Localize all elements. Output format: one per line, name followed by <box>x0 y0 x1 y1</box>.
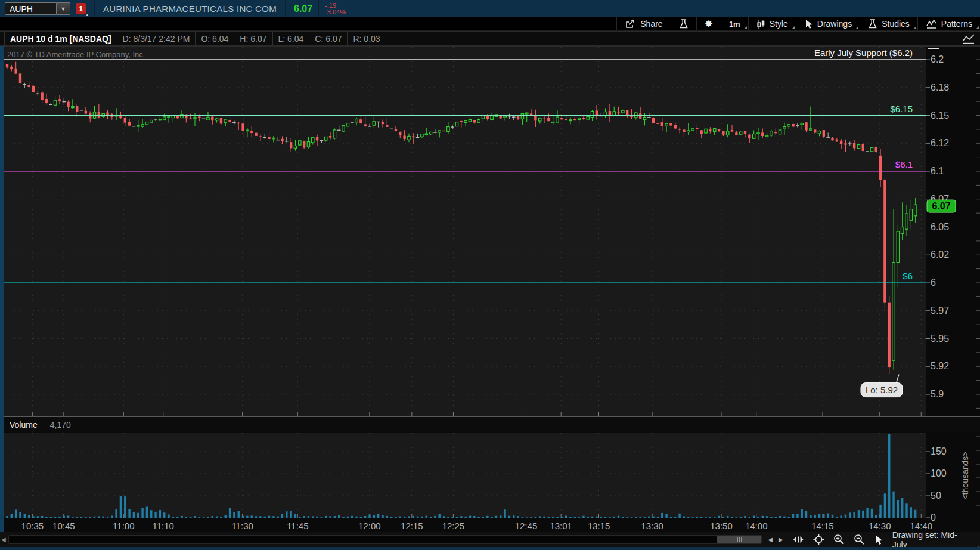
pan-icon[interactable] <box>793 535 804 544</box>
scroll-arrows: ◀ ▶ <box>768 536 783 543</box>
studies-label: Studies <box>882 19 910 29</box>
symbol-input-group: ▼ <box>5 2 70 15</box>
divider <box>285 0 286 17</box>
zoom-out-icon[interactable] <box>854 534 865 545</box>
symbol-input[interactable] <box>5 2 56 15</box>
settings-button[interactable]: ✸ <box>696 17 721 30</box>
svg-text:10:35: 10:35 <box>21 521 44 531</box>
zoom-in-icon[interactable] <box>833 534 845 545</box>
watermark: 2017 © TD Ameritrade IP Company, Inc. <box>7 50 145 59</box>
link-channel-badge[interactable]: 1 <box>76 3 86 14</box>
last-price-badge: 6.07 <box>927 200 956 212</box>
corner-arrow-icon <box>744 26 747 29</box>
svg-text:6.12: 6.12 <box>931 138 949 148</box>
svg-text:6.02: 6.02 <box>931 249 949 259</box>
svg-text:$6.15: $6.15 <box>890 104 913 114</box>
svg-text:12:15: 12:15 <box>401 521 423 531</box>
patterns-label: Patterns <box>941 19 972 29</box>
crosshair-icon[interactable] <box>813 534 824 545</box>
ohlc-date: D: 8/3/17 2:42 PM <box>117 32 196 45</box>
svg-text:12:45: 12:45 <box>515 521 538 531</box>
change-percent: -3.04% <box>325 9 346 16</box>
timeframe-label: 1m <box>729 20 740 29</box>
svg-text:5.97: 5.97 <box>931 305 949 316</box>
left-edge-strip <box>0 46 4 547</box>
corner-arrow-icon <box>792 26 795 29</box>
chart-mode-button[interactable] <box>961 33 976 47</box>
svg-text:6.05: 6.05 <box>931 222 949 232</box>
ohlc-close: C: 6.07 <box>309 32 348 45</box>
divider <box>318 0 319 17</box>
volume-value: 4,170 <box>44 417 77 432</box>
svg-text:6: 6 <box>931 277 936 288</box>
svg-text:$6.1: $6.1 <box>895 159 913 169</box>
chart-region[interactable]: Early July Support ($6.2)$6.15$6.1$66.26… <box>0 46 980 532</box>
svg-text:Lo: 5.92: Lo: 5.92 <box>866 385 898 395</box>
chart-toolbar: Share ✸ 1m Style Drawings Studies <box>0 17 980 31</box>
scrollbar-thumb[interactable] <box>717 536 761 543</box>
svg-text:6.18: 6.18 <box>931 82 949 92</box>
zigzag-chart-icon <box>961 33 976 45</box>
cursor-icon <box>804 19 813 29</box>
svg-text:11:10: 11:10 <box>153 521 174 531</box>
ohlc-header: AUPH 10 d 1m [NASDAQ] D: 8/3/17 2:42 PM … <box>0 31 980 46</box>
svg-text:13:15: 13:15 <box>588 521 610 531</box>
corner-arrow-icon <box>855 26 858 29</box>
ohlc-low: L: 6.04 <box>273 32 310 45</box>
svg-text:5.95: 5.95 <box>931 333 949 344</box>
change-value: -.19 <box>325 2 346 9</box>
flask-icon <box>868 18 877 29</box>
ohlc-range: R: 0.03 <box>348 32 386 45</box>
svg-text:13:50: 13:50 <box>710 521 733 531</box>
chevron-down-icon: ▼ <box>61 6 66 12</box>
svg-text:150: 150 <box>931 446 947 456</box>
last-price: 6.07 <box>294 4 312 14</box>
gear-icon: ✸ <box>705 18 713 30</box>
svg-text:11:45: 11:45 <box>287 521 308 531</box>
svg-text:$6: $6 <box>903 271 913 281</box>
share-icon <box>625 19 636 29</box>
svg-text:5.92: 5.92 <box>931 361 949 371</box>
svg-text:13:01: 13:01 <box>550 521 572 531</box>
svg-text:13:30: 13:30 <box>641 521 663 531</box>
svg-text:5.9: 5.9 <box>931 389 944 399</box>
chart-nav-icons <box>793 534 883 545</box>
time-scrollbar[interactable] <box>8 535 762 544</box>
drawings-button[interactable]: Drawings <box>796 17 860 30</box>
divider <box>94 0 95 17</box>
bottom-edge-strip <box>0 547 980 550</box>
flask-icon <box>679 18 689 29</box>
svg-text:6.15: 6.15 <box>931 110 949 120</box>
ohlc-open: O: 6.04 <box>196 32 234 45</box>
svg-text:Early July Support ($6.2): Early July Support ($6.2) <box>814 48 913 58</box>
style-button[interactable]: Style <box>748 17 796 30</box>
svg-text:10:45: 10:45 <box>52 521 75 531</box>
company-name: AURINIA PHARMACEUTICALS INC COM <box>103 4 277 14</box>
analyze-button[interactable] <box>671 17 696 30</box>
volume-label: Volume <box>4 417 44 432</box>
price-volume-chart[interactable]: Early July Support ($6.2)$6.15$6.1$66.26… <box>0 46 980 532</box>
price-change: -.19 -3.04% <box>325 2 346 16</box>
svg-text:50: 50 <box>931 490 941 500</box>
scroll-left-arrow[interactable]: ◀ <box>768 536 773 543</box>
thinkorswim-chart-window: { "symbol_bar": { "symbol": "AUPH", "bad… <box>0 0 980 550</box>
svg-text:<thousands>: <thousands> <box>960 452 970 500</box>
chart-title: AUPH 10 d 1m [NASDAQ] <box>4 32 117 45</box>
corner-arrow-icon <box>913 26 916 29</box>
cursor-icon[interactable] <box>874 534 883 545</box>
chart-backgrounds <box>0 46 980 532</box>
style-label: Style <box>770 19 788 29</box>
svg-text:14:15: 14:15 <box>811 521 834 531</box>
studies-button[interactable]: Studies <box>860 17 917 30</box>
symbol-bar: ▼ 1 AURINIA PHARMACEUTICALS INC COM 6.07… <box>0 0 980 17</box>
share-button[interactable]: Share <box>616 17 670 30</box>
symbol-dropdown-button[interactable]: ▼ <box>56 2 70 15</box>
scroll-right-arrow[interactable]: ▶ <box>779 536 783 543</box>
ohlc-high: H: 6.07 <box>234 32 272 45</box>
scroll-left-edge-arrow[interactable]: ◀ <box>1 536 6 543</box>
svg-text:6.1: 6.1 <box>931 166 944 176</box>
patterns-button[interactable]: Patterns <box>917 17 980 30</box>
timeframe-button[interactable]: 1m <box>721 17 748 30</box>
svg-text:6.2: 6.2 <box>931 54 944 64</box>
drawing-set-label: Drawing set: Mid-July <box>892 530 957 549</box>
